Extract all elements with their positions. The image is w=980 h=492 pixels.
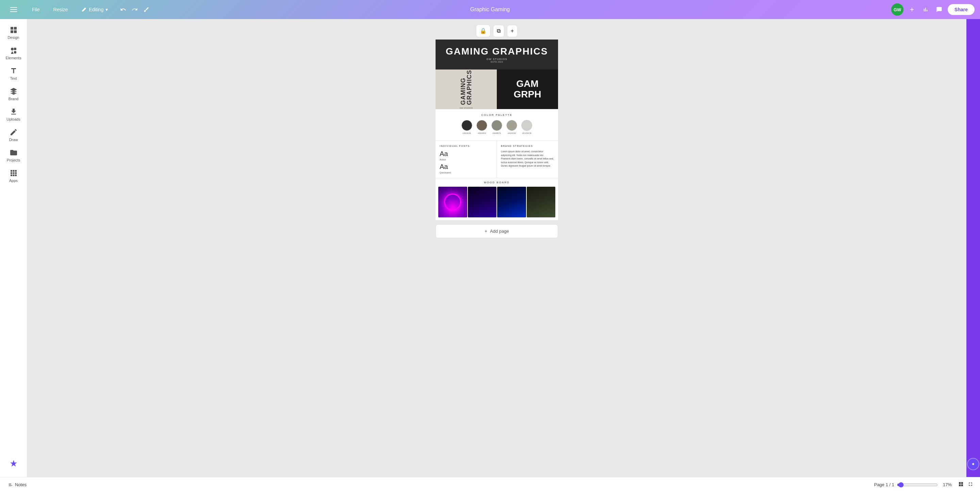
subtitle: GW STUDIOS: [486, 58, 508, 61]
sidebar-item-elements[interactable]: Elements: [2, 44, 25, 63]
zoom-controls: Page 1 / 1 17%: [874, 480, 975, 489]
comments-button[interactable]: [934, 5, 944, 14]
sidebar-item-brand[interactable]: Brand: [2, 85, 25, 104]
svg-rect-9: [13, 170, 14, 172]
zoom-label: 17%: [940, 482, 954, 487]
ai-panel: ✦: [966, 19, 980, 477]
color-hex-5: #D1D0CB: [522, 132, 531, 134]
redo-icon: [132, 6, 138, 13]
analytics-button[interactable]: [920, 5, 931, 14]
row2-slide[interactable]: GAMINGGRAPHICS GW STUDIOS GAMGRPH: [436, 70, 558, 109]
gam-grph-text: GAMGRPH: [514, 79, 541, 100]
notes-button[interactable]: Notes: [5, 481, 29, 489]
share-button[interactable]: Share: [948, 4, 975, 15]
mood-grid: [438, 187, 555, 217]
design-icon: [10, 26, 18, 34]
bottom-bar: Notes Page 1 / 1 17%: [0, 477, 980, 492]
lock-button[interactable]: 🔒: [476, 24, 490, 37]
title-slide[interactable]: GAMING GRAPHICS GW STUDIOS ESTD 2023: [436, 40, 558, 70]
sidebar-item-label: Uploads: [6, 117, 20, 121]
font-sample-2: Aa Quicksand: [440, 163, 492, 174]
fullscreen-button[interactable]: [966, 480, 975, 489]
undo-redo-tools: [118, 5, 151, 14]
sidebar-item-projects[interactable]: Projects: [2, 146, 25, 165]
svg-rect-7: [14, 51, 16, 53]
subtitle2: ESTD 2023: [491, 61, 503, 63]
fonts-slide[interactable]: INDIVIDUAL FONTS Aa Anton Aa Quicksand B…: [436, 141, 558, 178]
magic-icon: [143, 6, 150, 13]
palette-slide[interactable]: COLOR PALETTE #2E2E2E #6E6353 #8A8B7E: [436, 109, 558, 141]
comment-icon: [936, 6, 942, 13]
add-page-top-button[interactable]: +: [507, 25, 517, 37]
svg-rect-0: [11, 27, 13, 30]
color-2: #6E6353: [476, 120, 487, 134]
draw-icon: [10, 128, 18, 136]
document-wrapper: GAMING GRAPHICS GW STUDIOS ESTD 2023 GAM…: [436, 40, 558, 238]
svg-rect-12: [13, 173, 14, 174]
fullscreen-icon: [968, 481, 973, 487]
hamburger-menu[interactable]: [5, 4, 22, 15]
chart-icon: [923, 6, 929, 13]
apps-icon: [10, 169, 18, 177]
sidebar-item-label: Design: [8, 35, 19, 40]
grid-view-button[interactable]: [957, 480, 965, 489]
sidebar-item-draw[interactable]: Draw: [2, 125, 25, 144]
mood-slide[interactable]: MOOD BOARD: [436, 178, 558, 220]
font2-name: Quicksand: [440, 171, 492, 174]
sidebar-item-label: Text: [10, 76, 17, 80]
palette-title: COLOR PALETTE: [441, 113, 553, 117]
brand-strategies: BRAND STRATEGIES Lorem ipsum dolor sit a…: [497, 141, 558, 178]
sidebar-item-magic[interactable]: [2, 457, 25, 470]
sidebar-item-uploads[interactable]: Uploads: [2, 105, 25, 124]
row2-small-text: GW STUDIOS: [460, 107, 473, 109]
undo-button[interactable]: [118, 5, 128, 14]
sidebar-item-apps[interactable]: Apps: [2, 166, 25, 185]
file-button[interactable]: File: [29, 5, 43, 14]
header: File Resize Editing ▾ Graphic Gaming GW: [0, 0, 980, 19]
svg-rect-15: [13, 174, 14, 176]
resize-button[interactable]: Resize: [50, 5, 72, 14]
pencil-icon: [81, 7, 87, 12]
ai-assistant-button[interactable]: ✦: [967, 458, 979, 470]
svg-rect-16: [15, 174, 17, 176]
svg-point-4: [11, 48, 14, 50]
redo-button[interactable]: [130, 5, 140, 14]
mood-cell-2: [468, 187, 497, 217]
sidebar-item-text[interactable]: Text: [2, 64, 25, 83]
zoom-slider[interactable]: [897, 482, 938, 487]
notes-icon: [8, 482, 13, 487]
user-avatar[interactable]: GW: [891, 3, 904, 16]
editing-button[interactable]: Editing ▾: [78, 5, 111, 14]
duplicate-button[interactable]: ⧉: [493, 25, 504, 37]
mood-title: MOOD BOARD: [438, 181, 555, 184]
row2-right: GAMGRPH: [497, 70, 558, 109]
add-page-bar[interactable]: + Add page: [436, 224, 558, 238]
main-title: GAMING GRAPHICS: [446, 46, 548, 57]
sidebar-item-label: Elements: [6, 56, 21, 60]
fonts-title: INDIVIDUAL FONTS: [440, 145, 492, 147]
svg-rect-13: [15, 173, 17, 174]
add-page-icon: +: [485, 228, 487, 234]
brand-title: BRAND STRATEGIES: [501, 145, 554, 147]
page-info: Page 1 / 1: [874, 482, 894, 487]
color-5: #D1D0CB: [521, 120, 532, 134]
vertical-text: GAMINGGRAPHICS: [460, 70, 472, 105]
menu-icon: [9, 6, 18, 13]
undo-icon: [120, 6, 126, 13]
brand-text: Lorem ipsum dolor sit amet, consectetur …: [501, 150, 554, 168]
svg-rect-3: [14, 30, 17, 33]
plus-icon: [909, 6, 915, 13]
header-center: Graphic Gaming: [470, 6, 510, 13]
color-hex-1: #2E2E2E: [463, 132, 471, 134]
svg-rect-5: [14, 48, 16, 50]
svg-rect-2: [11, 30, 13, 33]
row2-left: GAMINGGRAPHICS GW STUDIOS: [436, 70, 497, 109]
svg-rect-17: [959, 482, 961, 484]
mood-cell-1: [438, 187, 467, 217]
sidebar-item-design[interactable]: Design: [2, 23, 25, 42]
svg-rect-18: [961, 482, 963, 484]
add-collaborator-button[interactable]: [907, 5, 917, 14]
mood-cell-4: [527, 187, 556, 217]
magic-button[interactable]: [141, 5, 151, 14]
font2-sample: Aa: [440, 163, 492, 171]
